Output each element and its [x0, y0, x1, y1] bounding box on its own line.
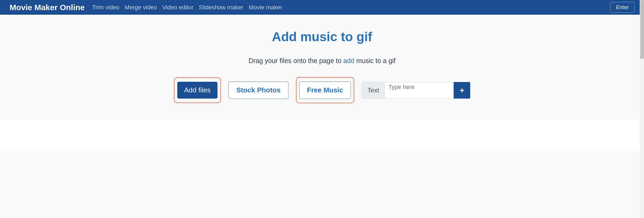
nav-links: Trim video Merge video Video editor Slid… [92, 4, 610, 11]
add-files-button[interactable]: Add files [177, 82, 218, 99]
free-music-highlight: Free Music [296, 77, 355, 103]
stock-photos-button[interactable]: Stock Photos [228, 81, 288, 99]
text-label: Text [362, 82, 384, 99]
brand-logo[interactable]: Movie Maker Online [10, 3, 85, 12]
subtitle: Drag your files onto the page to add mus… [0, 57, 644, 65]
navbar: Movie Maker Online Trim video Merge vide… [0, 0, 644, 15]
text-input[interactable] [384, 82, 454, 99]
subtitle-pre: Drag your files onto the page to [248, 57, 343, 64]
scrollbar-track[interactable] [640, 0, 644, 151]
nav-link-movie-maker[interactable]: Movie maker [249, 4, 282, 11]
page-title: Add music to gif [0, 29, 644, 44]
enter-button[interactable]: Enter [610, 2, 634, 13]
content-below [0, 119, 644, 151]
action-row: Add files Stock Photos Free Music Text + [0, 77, 644, 103]
add-files-highlight: Add files [174, 77, 221, 103]
scrollbar-thumb[interactable] [640, 0, 644, 59]
nav-link-slideshow-maker[interactable]: Slideshow maker [199, 4, 244, 11]
add-link[interactable]: add [343, 57, 355, 64]
text-input-group: Text + [362, 82, 470, 99]
nav-link-merge-video[interactable]: Merge video [125, 4, 157, 11]
free-music-button[interactable]: Free Music [299, 81, 351, 99]
add-text-button[interactable]: + [454, 82, 470, 99]
hero-section: Add music to gif Drag your files onto th… [0, 15, 644, 119]
nav-link-trim-video[interactable]: Trim video [92, 4, 119, 11]
nav-link-video-editor[interactable]: Video editor [162, 4, 194, 11]
subtitle-post: music to a gif [355, 57, 396, 64]
